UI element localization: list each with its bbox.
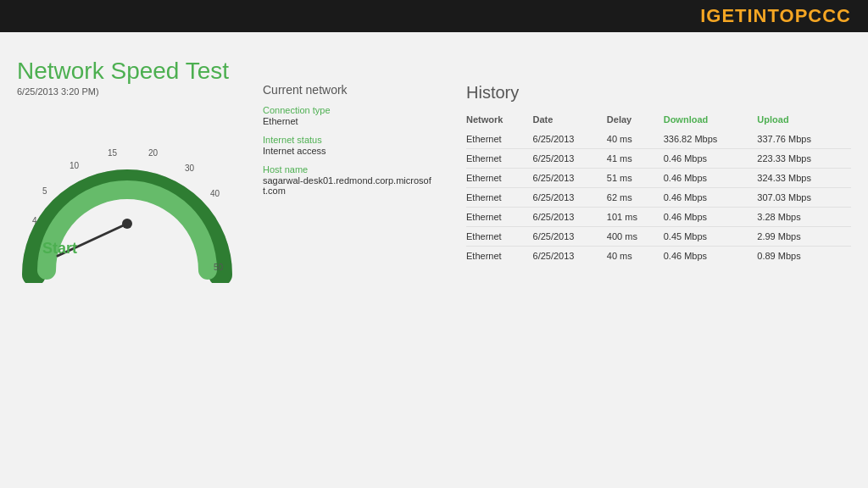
cell-download: 0.46 Mbps xyxy=(664,149,758,169)
cell-date: 6/25/2013 xyxy=(533,130,607,149)
cell-delay: 40 ms xyxy=(607,130,664,149)
gauge-section: Network Speed Test 6/25/2013 3:20 PM) 4 … xyxy=(0,32,254,488)
cell-upload: 223.33 Mbps xyxy=(757,149,851,169)
svg-text:40: 40 xyxy=(210,189,220,198)
cell-network: Ethernet xyxy=(466,247,533,266)
cell-upload: 3.28 Mbps xyxy=(757,208,851,227)
svg-text:5: 5 xyxy=(42,186,47,196)
cell-network: Ethernet xyxy=(466,188,533,208)
history-section: History Network Date Delay Download Uplo… xyxy=(449,32,868,488)
cell-delay: 41 ms xyxy=(607,149,664,169)
cell-delay: 40 ms xyxy=(607,247,664,266)
svg-text:50: 50 xyxy=(214,263,224,272)
table-row: Ethernet6/25/201362 ms0.46 Mbps307.03 Mb… xyxy=(466,188,851,208)
col-header-network: Network xyxy=(466,113,533,130)
cell-network: Ethernet xyxy=(466,227,533,247)
network-section: Current network Connection type Ethernet… xyxy=(254,32,449,488)
brand-prefix: IGETIN xyxy=(700,5,767,26)
cell-delay: 51 ms xyxy=(607,169,664,188)
top-bar: IGETINTOPCCC xyxy=(0,0,868,32)
cell-download: 0.45 Mbps xyxy=(664,227,758,247)
gauge-svg: 4 5 10 15 20 30 40 50 xyxy=(17,114,237,283)
cell-upload: 2.99 Mbps xyxy=(757,227,851,247)
internet-status-label: Internet status xyxy=(263,135,432,145)
cell-upload: 307.03 Mbps xyxy=(757,188,851,208)
cell-network: Ethernet xyxy=(466,149,533,169)
svg-text:4: 4 xyxy=(32,216,37,225)
cell-network: Ethernet xyxy=(466,208,533,227)
col-header-delay: Delay xyxy=(607,113,664,130)
cell-upload: 324.33 Mbps xyxy=(757,169,851,188)
table-row: Ethernet6/25/201341 ms0.46 Mbps223.33 Mb… xyxy=(466,149,851,169)
table-row: Ethernet6/25/201351 ms0.46 Mbps324.33 Mb… xyxy=(466,169,851,188)
cell-date: 6/25/2013 xyxy=(533,208,607,227)
cell-upload: 0.89 Mbps xyxy=(757,247,851,266)
cell-date: 6/25/2013 xyxy=(533,149,607,169)
cell-download: 0.46 Mbps xyxy=(664,247,758,266)
cell-date: 6/25/2013 xyxy=(533,188,607,208)
cell-download: 0.46 Mbps xyxy=(664,208,758,227)
cell-network: Ethernet xyxy=(466,130,533,149)
svg-text:30: 30 xyxy=(185,164,195,173)
connection-type-value: Ethernet xyxy=(263,116,432,126)
current-network-title: Current network xyxy=(263,83,432,97)
history-table: Network Date Delay Download Upload Ether… xyxy=(466,113,851,265)
host-name-label: Host name xyxy=(263,164,432,175)
cell-date: 6/25/2013 xyxy=(533,169,607,188)
svg-text:10: 10 xyxy=(70,161,80,170)
col-header-download: Download xyxy=(664,113,758,130)
cell-download: 0.46 Mbps xyxy=(664,188,758,208)
cell-network: Ethernet xyxy=(466,169,533,188)
col-header-date: Date xyxy=(533,113,607,130)
app-title: Network Speed Test xyxy=(17,58,237,85)
table-row: Ethernet6/25/2013400 ms0.45 Mbps2.99 Mbp… xyxy=(466,227,851,247)
cell-date: 6/25/2013 xyxy=(533,227,607,247)
cell-upload: 337.76 Mbps xyxy=(757,130,851,149)
main-content: Network Speed Test 6/25/2013 3:20 PM) 4 … xyxy=(0,32,868,488)
svg-text:20: 20 xyxy=(148,148,159,158)
table-row: Ethernet6/25/201340 ms0.46 Mbps0.89 Mbps xyxy=(466,247,851,266)
internet-status-value: Internet access xyxy=(263,146,432,156)
table-row: Ethernet6/25/2013101 ms0.46 Mbps3.28 Mbp… xyxy=(466,208,851,227)
svg-text:15: 15 xyxy=(108,148,118,158)
timestamp: 6/25/2013 3:20 PM) xyxy=(17,86,237,97)
host-name-value: sagarwal-desk01.redmond.corp.microsoft.c… xyxy=(263,175,432,196)
history-title: History xyxy=(466,83,851,103)
table-row: Ethernet6/25/201340 ms336.82 Mbps337.76 … xyxy=(466,130,851,149)
cell-delay: 101 ms xyxy=(607,208,664,227)
cell-download: 336.82 Mbps xyxy=(664,130,758,149)
table-header-row: Network Date Delay Download Upload xyxy=(466,113,851,130)
cell-delay: 400 ms xyxy=(607,227,664,247)
gauge-container: 4 5 10 15 20 30 40 50 Start xyxy=(17,114,237,283)
cell-date: 6/25/2013 xyxy=(533,247,607,266)
cell-download: 0.46 Mbps xyxy=(664,169,758,188)
cell-delay: 62 ms xyxy=(607,188,664,208)
brand-suffix: TOPCCC xyxy=(768,5,852,26)
brand-logo: IGETINTOPCCC xyxy=(700,5,851,27)
col-header-upload: Upload xyxy=(757,113,851,130)
connection-type-label: Connection type xyxy=(263,105,432,115)
start-button[interactable]: Start xyxy=(42,240,77,258)
